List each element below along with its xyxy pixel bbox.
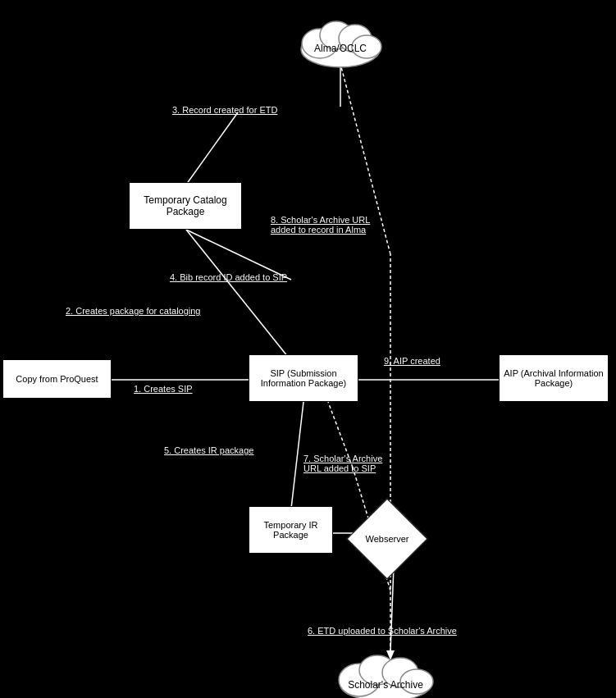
scholars-archive-cloud: Scholar's Archive: [328, 646, 443, 698]
svg-text:Scholar's Archive: Scholar's Archive: [348, 679, 423, 691]
step4-label: 4. Bib record ID added to SIP: [170, 272, 287, 282]
temp-ir-box: Temporary IR Package: [249, 506, 333, 554]
temp-catalog-box: Temporary Catalog Package: [129, 182, 242, 230]
svg-line-5: [186, 230, 291, 361]
step3-label: 3. Record created for ETD: [172, 105, 277, 115]
step1-label: 1. Creates SIP: [134, 384, 193, 394]
webserver-label: Webserver: [366, 534, 409, 544]
connection-lines: [0, 0, 616, 698]
step8-label: 8. Scholar's Archive URL added to record…: [271, 215, 370, 235]
sip-box: SIP (Submission Information Package): [249, 354, 358, 402]
step5-label: 5. Creates IR package: [164, 445, 253, 455]
svg-line-6: [291, 402, 303, 509]
step2-label: 2. Creates package for cataloging: [66, 306, 201, 316]
svg-text:Alma/OCLC: Alma/OCLC: [314, 43, 367, 54]
aip-box: AIP (Archival Information Package): [499, 354, 609, 402]
diagram-container: Alma/OCLC 3. Record created for ETD Temp…: [0, 0, 616, 698]
copy-proquest-box: Copy from ProQuest: [2, 359, 112, 399]
step9-label: 9. AIP created: [384, 356, 440, 366]
alma-oclc-cloud: Alma/OCLC: [291, 4, 390, 70]
step6-label: 6. ETD uploaded to Scholar's Archive: [308, 626, 457, 636]
step7-label: 7. Scholar's Archive URL added to SIP: [303, 454, 382, 473]
svg-line-11: [390, 566, 394, 652]
svg-line-1: [186, 112, 238, 185]
webserver-diamond: Webserver: [353, 504, 422, 573]
